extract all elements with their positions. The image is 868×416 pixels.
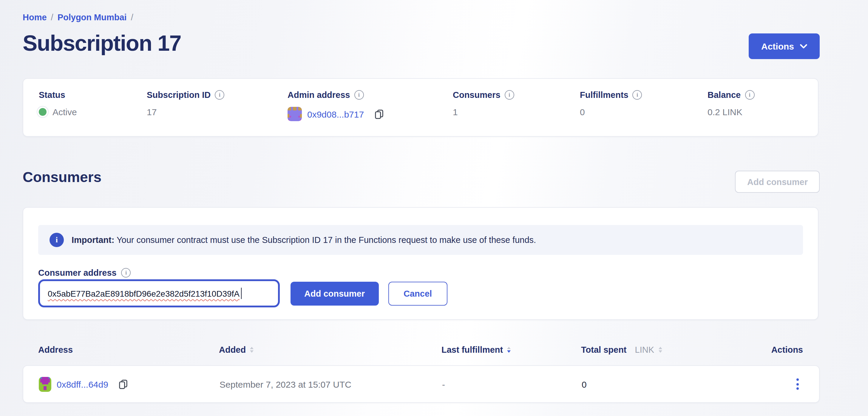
important-banner: i Important: Your consumer contract must… (38, 225, 803, 255)
breadcrumb: Home / Polygon Mumbai / (23, 12, 133, 22)
add-consumer-form-card: i Important: Your consumer contract must… (23, 207, 818, 320)
column-header-total-spent-unit: LINK (635, 345, 654, 355)
summary-balance: Balance i 0.2 LINK (708, 90, 754, 136)
consumer-last-fulfillment-cell: - (442, 379, 445, 389)
info-icon[interactable]: i (215, 90, 224, 100)
fulfillments-label: Fulfillments (580, 90, 628, 100)
text-caret (241, 288, 242, 299)
consumer-address-label-row: Consumer address i (38, 268, 131, 277)
consumer-address-input-value: 0x5abE77Ba2aE8918bfD96e2e382d5f213f10D39… (48, 289, 240, 298)
copy-icon (119, 379, 128, 389)
column-header-total-spent-label: Total spent (581, 345, 627, 355)
column-header-total-spent[interactable]: Total spent LINK (581, 345, 662, 355)
fulfillments-value: 0 (580, 107, 585, 117)
info-icon[interactable]: i (505, 90, 514, 100)
consumers-table-header: Address Added Last fulfillment Total spe… (23, 345, 818, 357)
breadcrumb-separator: / (131, 12, 133, 22)
admin-identicon-avatar (287, 107, 302, 121)
copy-icon (375, 109, 383, 119)
admin-address-link[interactable]: 0x9d08...b717 (307, 109, 364, 119)
info-icon[interactable]: i (354, 90, 364, 100)
banner-text-bold: Important: (71, 235, 114, 245)
consumer-table-row: 0x8dff...64d9 September 7, 2023 at 15:07… (23, 365, 820, 403)
breadcrumb-link-polygon-mumbai[interactable]: Polygon Mumbai (58, 12, 127, 22)
column-header-last-fulfillment[interactable]: Last fulfillment (441, 345, 511, 355)
admin-address-label: Admin address (287, 90, 350, 100)
subscription-summary-card: Status Active Subscription ID i 17 Admin… (23, 78, 818, 137)
actions-button-label: Actions (761, 41, 794, 51)
copy-admin-address-button[interactable] (375, 109, 383, 119)
actions-button[interactable]: Actions (749, 33, 820, 59)
summary-fulfillments: Fulfillments i 0 (580, 90, 708, 136)
consumers-section-title: Consumers (23, 169, 101, 186)
consumer-identicon-avatar (39, 377, 51, 391)
status-active-dot (39, 108, 46, 116)
info-filled-icon: i (50, 233, 64, 247)
column-header-added-label: Added (219, 345, 246, 355)
summary-consumers: Consumers i 1 (453, 90, 580, 136)
consumer-address-input[interactable]: 0x5abE77Ba2aE8918bfD96e2e382d5f213f10D39… (38, 279, 280, 307)
subscription-id-label: Subscription ID (147, 90, 211, 100)
consumer-address-cell: 0x8dff...64d9 (39, 377, 128, 391)
chevron-down-icon (800, 44, 807, 49)
consumer-address-link[interactable]: 0x8dff...64d9 (57, 379, 108, 389)
summary-admin-address: Admin address i 0x9d08...b717 (287, 90, 453, 136)
breadcrumb-separator: / (51, 12, 53, 22)
status-value: Active (53, 107, 77, 117)
balance-value: 0.2 LINK (708, 107, 742, 117)
subscription-page: Home / Polygon Mumbai / Subscription 17 … (0, 0, 868, 416)
subscription-id-value: 17 (147, 107, 157, 117)
copy-consumer-address-button[interactable] (119, 379, 128, 389)
column-header-last-fulfillment-label: Last fulfillment (441, 345, 503, 355)
consumers-value: 1 (453, 107, 458, 117)
consumer-total-spent-cell: 0 (582, 379, 587, 389)
consumers-label: Consumers (453, 90, 500, 100)
status-label: Status (39, 90, 65, 100)
column-header-actions: Actions (771, 345, 803, 355)
summary-subscription-id: Subscription ID i 17 (147, 90, 287, 136)
cancel-button[interactable]: Cancel (388, 281, 447, 305)
column-header-added[interactable]: Added (219, 345, 253, 355)
consumer-address-input-row: 0x5abE77Ba2aE8918bfD96e2e382d5f213f10D39… (38, 279, 447, 307)
kebab-menu-icon (797, 378, 799, 381)
sort-arrows-icon-active (507, 347, 511, 353)
info-icon[interactable]: i (121, 268, 131, 277)
row-actions-menu-button[interactable] (789, 374, 806, 394)
column-header-address: Address (38, 345, 73, 355)
banner-text: Important: Your consumer contract must u… (71, 235, 536, 245)
info-icon[interactable]: i (633, 90, 642, 100)
summary-status: Status Active (39, 90, 147, 136)
add-consumer-submit-button[interactable]: Add consumer (290, 281, 378, 305)
consumer-address-label: Consumer address (38, 268, 117, 277)
add-consumer-button-disabled[interactable]: Add consumer (735, 171, 820, 193)
consumer-added-cell: September 7, 2023 at 15:07 UTC (220, 379, 351, 389)
page-title: Subscription 17 (23, 30, 181, 57)
banner-text-rest: Your consumer contract must use the Subs… (114, 235, 536, 245)
balance-label: Balance (708, 90, 741, 100)
breadcrumb-link-home[interactable]: Home (23, 12, 47, 22)
info-icon[interactable]: i (745, 90, 754, 100)
sort-arrows-icon (250, 347, 253, 353)
sort-arrows-icon (658, 347, 662, 353)
